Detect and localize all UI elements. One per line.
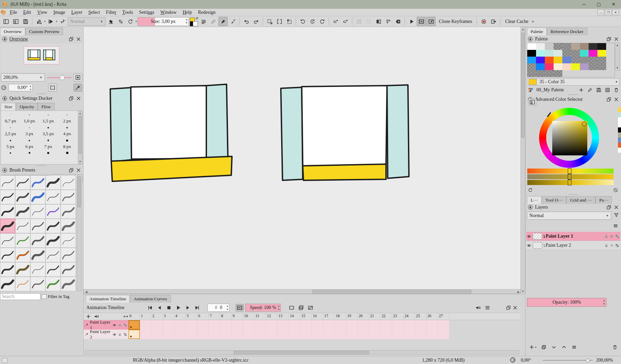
gmic-refilter-button[interactable]: G [341, 17, 350, 26]
palette-swatch[interactable] [562, 50, 571, 57]
frame-ruler-cell[interactable]: 3 [163, 313, 174, 320]
timeline-frame-cell[interactable] [266, 320, 277, 330]
timeline-frame-cell[interactable] [163, 330, 174, 339]
timeline-frame-cell[interactable] [369, 330, 381, 339]
brush-preset-tile[interactable] [30, 204, 46, 219]
palette-swatch[interactable] [545, 50, 554, 57]
palette-swatch[interactable] [562, 63, 571, 70]
palette-view-button[interactable] [605, 87, 610, 93]
brush-preset-tile[interactable] [61, 219, 76, 233]
skip-to-end-button[interactable] [193, 304, 201, 311]
docker-tab-1[interactable]: Tool O··· [542, 196, 566, 204]
size-preset-dot[interactable] [39, 125, 58, 130]
layer-alpha-icon[interactable]: α [610, 234, 613, 239]
clone-keyframes-label[interactable]: Clone Keyframes [436, 19, 475, 24]
add-layer-button[interactable] [529, 344, 534, 350]
close-docker-icon[interactable] [76, 96, 81, 101]
size-preset-dot[interactable] [20, 112, 39, 117]
show-pixel-grid-button[interactable] [364, 17, 373, 26]
history-color-swatch[interactable] [618, 138, 621, 143]
palette-swatch[interactable] [527, 63, 536, 70]
layer-options-icon[interactable] [613, 223, 618, 229]
close-docker-icon[interactable] [512, 305, 518, 310]
current-frame-spinbox[interactable]: # 0 ▲▼ [207, 304, 230, 312]
tab-reference-docker[interactable]: Reference Docker [547, 28, 587, 35]
palette-swatch[interactable] [554, 50, 562, 57]
brush-preset-tile[interactable] [15, 277, 30, 291]
frame-ruler-cell[interactable]: 14 [289, 313, 300, 320]
timeline-frame-cell[interactable] [232, 320, 243, 330]
layer-lock-icon[interactable] [603, 234, 609, 239]
timeline-layer-label[interactable]: Paint Layer 2 [84, 330, 128, 339]
history-color-swatch[interactable] [618, 117, 621, 122]
palette-swatch[interactable] [562, 43, 571, 50]
timeline-frame-cell[interactable] [358, 320, 369, 330]
frame-ruler-cell[interactable]: 2 [151, 313, 163, 320]
layer-alpha-icon[interactable]: α [611, 243, 613, 248]
brush-preset-tile[interactable] [46, 233, 61, 248]
hue-slider[interactable] [527, 169, 614, 174]
size-preset-label[interactable]: 2 px [58, 118, 77, 124]
tab-custom-preview[interactable]: Custom Preview [25, 28, 63, 35]
size-preset-label[interactable]: 1,0 px [20, 118, 39, 124]
timeline-frame-cell[interactable] [220, 330, 232, 339]
timeline-frame-cell[interactable] [151, 320, 163, 330]
overview-view-rectangle[interactable] [24, 46, 59, 64]
close-docker-icon[interactable] [614, 97, 619, 102]
size-preset-dot[interactable] [58, 125, 77, 130]
menu-layer[interactable]: Layer [68, 9, 85, 16]
timeline-frame-cell[interactable] [415, 330, 426, 339]
canvas-horizontal-scrollbar[interactable]: ◀ ▶ [84, 289, 521, 294]
palette-swatch[interactable] [554, 70, 562, 77]
brush-preset-tile[interactable] [0, 175, 15, 190]
subwindow-close-button[interactable]: ✕ [612, 9, 619, 15]
layer-visibility-icon[interactable] [526, 234, 532, 239]
frame-ruler-cell[interactable]: 11 [255, 313, 266, 320]
timeline-frame-cell[interactable] [255, 330, 266, 339]
timeline-frame-cell[interactable] [128, 330, 140, 339]
timeline-frame-cell[interactable] [277, 330, 289, 339]
timeline-frame-cell[interactable] [140, 320, 151, 330]
brush-preset-tile[interactable] [0, 262, 15, 277]
frame-ruler-cell[interactable]: 20 [358, 313, 369, 320]
frame-ruler-cell[interactable]: 5 [186, 313, 197, 320]
timeline-layer-label[interactable]: Paint Layer 1 [84, 320, 128, 330]
status-zoom-slider[interactable] [543, 360, 593, 361]
frame-ruler-cell[interactable]: 7 [209, 313, 220, 320]
delete-swatch-button[interactable] [614, 87, 619, 93]
size-spinner[interactable]: ▲▼ [185, 18, 188, 25]
brush-preset-tile[interactable] [30, 175, 46, 190]
timeline-frame-cell[interactable] [438, 320, 449, 330]
frame-ruler-cell[interactable]: 12 [266, 313, 277, 320]
brush-preset-tile[interactable] [46, 277, 61, 291]
frame-actions-button-1[interactable] [288, 304, 296, 311]
size-preset-label[interactable]: 5 px [1, 144, 20, 149]
layer-alpha-inherit-icon[interactable] [614, 234, 620, 239]
edit-keyframes-button[interactable] [426, 17, 436, 26]
canvas[interactable] [84, 27, 521, 289]
split-view-button[interactable] [374, 17, 383, 26]
timeline-scrollbar[interactable] [85, 350, 519, 355]
export-button[interactable] [489, 17, 498, 26]
float-docker-icon[interactable] [68, 168, 74, 173]
clear-button[interactable] [393, 17, 403, 26]
brush-preset-tile[interactable] [30, 277, 46, 291]
mirror-view-button[interactable] [48, 84, 57, 92]
brush-preset-tile[interactable] [46, 190, 61, 204]
record-button[interactable] [479, 17, 488, 26]
brush-preset-tile[interactable] [61, 190, 76, 204]
lock-docker-icon[interactable] [2, 168, 7, 173]
zoom-handle-icon[interactable] [123, 314, 128, 319]
brush-preset-tile[interactable] [15, 190, 30, 204]
frame-ruler-cell[interactable]: 10 [243, 313, 255, 320]
close-docker-icon[interactable] [614, 205, 619, 210]
frame-ruler-cell[interactable]: 15 [300, 313, 312, 320]
canvas-border-button[interactable] [275, 17, 284, 26]
close-docker-icon[interactable] [76, 36, 81, 42]
brush-preset-tile[interactable] [61, 204, 76, 219]
subwindow-minimize-button[interactable]: — [597, 9, 604, 15]
palette-swatch[interactable] [597, 63, 606, 70]
brush-preset-tile[interactable] [61, 277, 76, 291]
brush-preset-tile[interactable] [15, 219, 30, 233]
palette-swatch[interactable] [527, 50, 536, 57]
